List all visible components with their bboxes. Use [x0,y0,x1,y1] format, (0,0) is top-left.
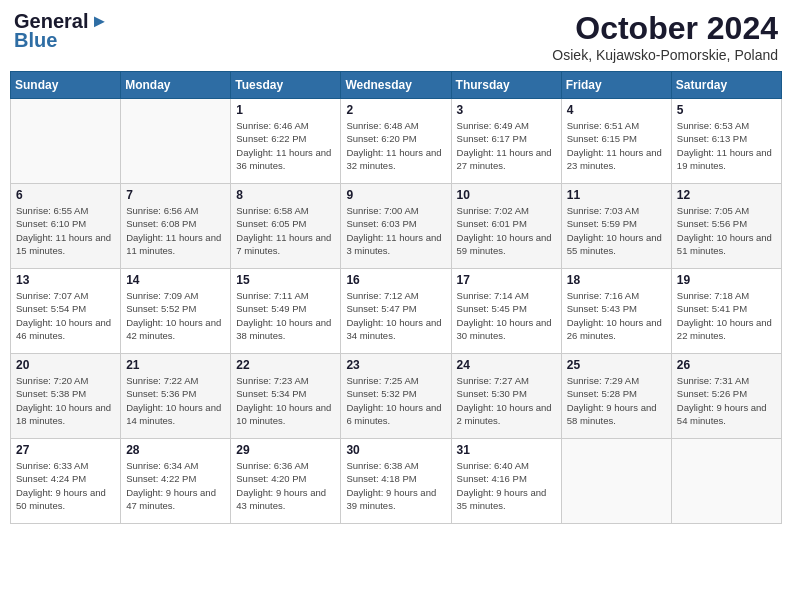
weekday-header-saturday: Saturday [671,72,781,99]
day-number: 31 [457,443,556,457]
calendar-cell [561,439,671,524]
calendar-week-row: 6Sunrise: 6:55 AM Sunset: 6:10 PM Daylig… [11,184,782,269]
day-info: Sunrise: 6:33 AM Sunset: 4:24 PM Dayligh… [16,459,115,512]
calendar-cell: 14Sunrise: 7:09 AM Sunset: 5:52 PM Dayli… [121,269,231,354]
day-info: Sunrise: 7:29 AM Sunset: 5:28 PM Dayligh… [567,374,666,427]
calendar-cell [11,99,121,184]
day-number: 14 [126,273,225,287]
calendar-cell: 29Sunrise: 6:36 AM Sunset: 4:20 PM Dayli… [231,439,341,524]
calendar-cell: 28Sunrise: 6:34 AM Sunset: 4:22 PM Dayli… [121,439,231,524]
calendar-cell: 16Sunrise: 7:12 AM Sunset: 5:47 PM Dayli… [341,269,451,354]
day-info: Sunrise: 7:18 AM Sunset: 5:41 PM Dayligh… [677,289,776,342]
calendar-week-row: 1Sunrise: 6:46 AM Sunset: 6:22 PM Daylig… [11,99,782,184]
calendar-cell: 20Sunrise: 7:20 AM Sunset: 5:38 PM Dayli… [11,354,121,439]
day-info: Sunrise: 6:56 AM Sunset: 6:08 PM Dayligh… [126,204,225,257]
day-info: Sunrise: 7:14 AM Sunset: 5:45 PM Dayligh… [457,289,556,342]
calendar-cell: 13Sunrise: 7:07 AM Sunset: 5:54 PM Dayli… [11,269,121,354]
calendar-table: SundayMondayTuesdayWednesdayThursdayFrid… [10,71,782,524]
calendar-cell: 17Sunrise: 7:14 AM Sunset: 5:45 PM Dayli… [451,269,561,354]
calendar-cell: 26Sunrise: 7:31 AM Sunset: 5:26 PM Dayli… [671,354,781,439]
calendar-cell: 18Sunrise: 7:16 AM Sunset: 5:43 PM Dayli… [561,269,671,354]
day-info: Sunrise: 6:38 AM Sunset: 4:18 PM Dayligh… [346,459,445,512]
day-number: 18 [567,273,666,287]
calendar-cell [671,439,781,524]
day-info: Sunrise: 7:00 AM Sunset: 6:03 PM Dayligh… [346,204,445,257]
calendar-cell: 22Sunrise: 7:23 AM Sunset: 5:34 PM Dayli… [231,354,341,439]
day-info: Sunrise: 6:46 AM Sunset: 6:22 PM Dayligh… [236,119,335,172]
day-info: Sunrise: 7:02 AM Sunset: 6:01 PM Dayligh… [457,204,556,257]
day-info: Sunrise: 7:12 AM Sunset: 5:47 PM Dayligh… [346,289,445,342]
day-info: Sunrise: 7:23 AM Sunset: 5:34 PM Dayligh… [236,374,335,427]
calendar-cell: 21Sunrise: 7:22 AM Sunset: 5:36 PM Dayli… [121,354,231,439]
day-number: 27 [16,443,115,457]
day-info: Sunrise: 7:25 AM Sunset: 5:32 PM Dayligh… [346,374,445,427]
calendar-cell: 15Sunrise: 7:11 AM Sunset: 5:49 PM Dayli… [231,269,341,354]
calendar-cell: 3Sunrise: 6:49 AM Sunset: 6:17 PM Daylig… [451,99,561,184]
day-number: 12 [677,188,776,202]
page-header: General ► Blue October 2024 Osiek, Kujaw… [10,10,782,63]
day-number: 2 [346,103,445,117]
logo-text-blue: Blue [14,29,57,52]
weekday-header-monday: Monday [121,72,231,99]
day-number: 17 [457,273,556,287]
day-info: Sunrise: 6:49 AM Sunset: 6:17 PM Dayligh… [457,119,556,172]
day-number: 8 [236,188,335,202]
day-info: Sunrise: 6:40 AM Sunset: 4:16 PM Dayligh… [457,459,556,512]
calendar-cell: 25Sunrise: 7:29 AM Sunset: 5:28 PM Dayli… [561,354,671,439]
calendar-cell: 30Sunrise: 6:38 AM Sunset: 4:18 PM Dayli… [341,439,451,524]
day-info: Sunrise: 6:53 AM Sunset: 6:13 PM Dayligh… [677,119,776,172]
calendar-cell: 8Sunrise: 6:58 AM Sunset: 6:05 PM Daylig… [231,184,341,269]
day-number: 1 [236,103,335,117]
day-number: 20 [16,358,115,372]
day-info: Sunrise: 7:03 AM Sunset: 5:59 PM Dayligh… [567,204,666,257]
day-info: Sunrise: 6:55 AM Sunset: 6:10 PM Dayligh… [16,204,115,257]
weekday-header-sunday: Sunday [11,72,121,99]
calendar-cell: 5Sunrise: 6:53 AM Sunset: 6:13 PM Daylig… [671,99,781,184]
day-number: 9 [346,188,445,202]
day-number: 19 [677,273,776,287]
day-number: 11 [567,188,666,202]
calendar-cell: 19Sunrise: 7:18 AM Sunset: 5:41 PM Dayli… [671,269,781,354]
calendar-cell: 23Sunrise: 7:25 AM Sunset: 5:32 PM Dayli… [341,354,451,439]
calendar-cell [121,99,231,184]
calendar-week-row: 20Sunrise: 7:20 AM Sunset: 5:38 PM Dayli… [11,354,782,439]
day-number: 13 [16,273,115,287]
day-info: Sunrise: 7:05 AM Sunset: 5:56 PM Dayligh… [677,204,776,257]
day-number: 25 [567,358,666,372]
day-info: Sunrise: 6:58 AM Sunset: 6:05 PM Dayligh… [236,204,335,257]
calendar-cell: 4Sunrise: 6:51 AM Sunset: 6:15 PM Daylig… [561,99,671,184]
month-title: October 2024 [552,10,778,47]
location: Osiek, Kujawsko-Pomorskie, Poland [552,47,778,63]
calendar-cell: 31Sunrise: 6:40 AM Sunset: 4:16 PM Dayli… [451,439,561,524]
calendar-cell: 2Sunrise: 6:48 AM Sunset: 6:20 PM Daylig… [341,99,451,184]
calendar-cell: 9Sunrise: 7:00 AM Sunset: 6:03 PM Daylig… [341,184,451,269]
day-number: 21 [126,358,225,372]
calendar-cell: 12Sunrise: 7:05 AM Sunset: 5:56 PM Dayli… [671,184,781,269]
day-info: Sunrise: 7:09 AM Sunset: 5:52 PM Dayligh… [126,289,225,342]
day-info: Sunrise: 6:34 AM Sunset: 4:22 PM Dayligh… [126,459,225,512]
weekday-header-friday: Friday [561,72,671,99]
day-number: 5 [677,103,776,117]
calendar-cell: 7Sunrise: 6:56 AM Sunset: 6:08 PM Daylig… [121,184,231,269]
calendar-cell: 11Sunrise: 7:03 AM Sunset: 5:59 PM Dayli… [561,184,671,269]
calendar-cell: 27Sunrise: 6:33 AM Sunset: 4:24 PM Dayli… [11,439,121,524]
calendar-cell: 24Sunrise: 7:27 AM Sunset: 5:30 PM Dayli… [451,354,561,439]
day-number: 10 [457,188,556,202]
day-info: Sunrise: 7:27 AM Sunset: 5:30 PM Dayligh… [457,374,556,427]
day-info: Sunrise: 7:16 AM Sunset: 5:43 PM Dayligh… [567,289,666,342]
day-info: Sunrise: 6:51 AM Sunset: 6:15 PM Dayligh… [567,119,666,172]
calendar-cell: 1Sunrise: 6:46 AM Sunset: 6:22 PM Daylig… [231,99,341,184]
calendar-cell: 6Sunrise: 6:55 AM Sunset: 6:10 PM Daylig… [11,184,121,269]
weekday-header-wednesday: Wednesday [341,72,451,99]
day-info: Sunrise: 7:11 AM Sunset: 5:49 PM Dayligh… [236,289,335,342]
day-info: Sunrise: 7:20 AM Sunset: 5:38 PM Dayligh… [16,374,115,427]
day-info: Sunrise: 7:31 AM Sunset: 5:26 PM Dayligh… [677,374,776,427]
day-number: 3 [457,103,556,117]
logo: General ► Blue [14,10,108,52]
day-info: Sunrise: 6:48 AM Sunset: 6:20 PM Dayligh… [346,119,445,172]
calendar-cell: 10Sunrise: 7:02 AM Sunset: 6:01 PM Dayli… [451,184,561,269]
weekday-header-tuesday: Tuesday [231,72,341,99]
day-info: Sunrise: 7:07 AM Sunset: 5:54 PM Dayligh… [16,289,115,342]
calendar-week-row: 27Sunrise: 6:33 AM Sunset: 4:24 PM Dayli… [11,439,782,524]
day-number: 28 [126,443,225,457]
